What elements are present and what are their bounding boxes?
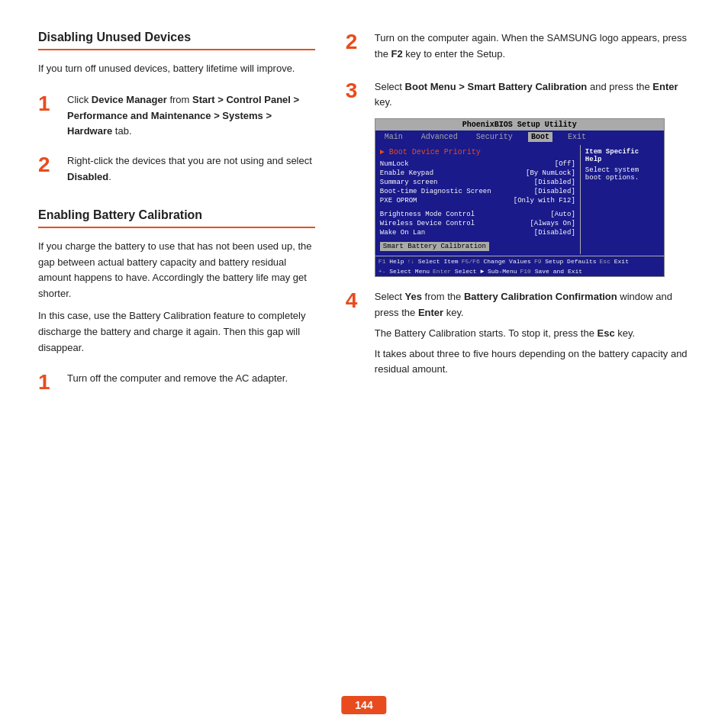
page-number: 144 bbox=[341, 696, 386, 714]
step-number-right-3: 3 bbox=[346, 79, 367, 103]
bios-screen: PhoenixBIOS Setup Utility Main Advanced … bbox=[375, 118, 665, 277]
bios-help-text: Select system boot options. bbox=[585, 166, 659, 182]
bios-tab-main[interactable]: Main bbox=[382, 132, 406, 142]
bios-item-wireless: Wireless Device Control[Always On] bbox=[380, 219, 575, 228]
bios-item-numlock: NumLock[Off] bbox=[380, 159, 575, 169]
bios-main-area: ► Boot Device Priority NumLock[Off] Enab… bbox=[375, 145, 580, 254]
step-number-1-1: 1 bbox=[38, 92, 60, 116]
section-battery-calibration: Enabling Battery Calibration If you char… bbox=[38, 208, 315, 395]
bios-tab-advanced[interactable]: Advanced bbox=[418, 132, 461, 142]
bios-tab-security[interactable]: Security bbox=[473, 132, 516, 142]
bios-footer-pm: +- Select Menu bbox=[378, 268, 430, 275]
bios-body: ► Boot Device Priority NumLock[Off] Enab… bbox=[375, 143, 664, 256]
bios-item-pxe: PXE OPROM[Only with F12] bbox=[380, 196, 575, 205]
bios-tab-boot[interactable]: Boot bbox=[528, 132, 552, 142]
bios-footer: F1 Help ↑↓ Select Item F5/F6 Change Valu… bbox=[375, 256, 664, 276]
step-right-3: 3 Select Boot Menu > Smart Battery Calib… bbox=[346, 79, 690, 111]
step-left-1-1: 1 Click Device Manager from Start > Cont… bbox=[38, 92, 315, 140]
bios-footer-enter: Enter Select ► Sub-Menu bbox=[433, 268, 517, 275]
bios-item-wakeonlan: Wake On Lan[Disabled] bbox=[380, 228, 575, 237]
bios-highlight-battery[interactable]: Smart Battery Calibration bbox=[380, 242, 575, 251]
bios-menubar: Main Advanced Security Boot Exit bbox=[375, 130, 664, 143]
step-text-right-2: Turn on the computer again. When the SAM… bbox=[375, 31, 690, 63]
step-number-2-1: 1 bbox=[38, 371, 60, 395]
step-text-2-1: Turn off the computer and remove the AC … bbox=[67, 371, 288, 387]
bios-titlebar: PhoenixBIOS Setup Utility bbox=[375, 119, 664, 130]
section-desc-battery-1: If you charge the battery to use that ha… bbox=[38, 239, 315, 302]
bios-item-diagnostic: Boot-time Diagnostic Screen[Disabled] bbox=[380, 187, 575, 196]
bios-tab-exit[interactable]: Exit bbox=[565, 132, 589, 142]
section-desc-battery-2: In this case, use the Battery Calibratio… bbox=[38, 308, 315, 356]
section-title-battery: Enabling Battery Calibration bbox=[38, 208, 315, 228]
bios-footer-f9: F9 Setup Defaults bbox=[534, 258, 597, 265]
step-left-1-2: 2 Right-click the devices that you are n… bbox=[38, 153, 315, 185]
step-text-right-4: Select Yes from the Battery Calibration … bbox=[375, 289, 690, 378]
step-number-right-4: 4 bbox=[346, 289, 367, 313]
step-text-1-2: Right-click the devices that you are not… bbox=[67, 153, 315, 185]
step-number-right-2: 2 bbox=[346, 31, 367, 54]
bios-item-brightness: Brightness Mode Control[Auto] bbox=[380, 210, 575, 219]
right-column: 2 Turn on the computer again. When the S… bbox=[338, 31, 690, 697]
bios-footer-f5f6: F5/F6 Change Values bbox=[462, 258, 531, 265]
bios-item-keypad: Enable Keypad[By NumLock] bbox=[380, 169, 575, 178]
section-desc-disabling: If you turn off unused devices, battery … bbox=[38, 61, 315, 77]
bios-help-title: Item Specific Help bbox=[585, 148, 659, 163]
step-right-4: 4 Select Yes from the Battery Calibratio… bbox=[346, 289, 690, 378]
step-number-1-2: 2 bbox=[38, 153, 60, 177]
bios-footer-f1: F1 Help bbox=[378, 258, 404, 265]
bios-footer-esc: Esc Exit bbox=[600, 258, 629, 265]
step-right-2: 2 Turn on the computer again. When the S… bbox=[346, 31, 690, 63]
bios-footer-arrows: ↑↓ Select Item bbox=[407, 258, 458, 265]
step-text-1-1: Click Device Manager from Start > Contro… bbox=[67, 92, 315, 140]
bios-footer-f10: F10 Save and Exit bbox=[520, 268, 582, 275]
section-disabling: Disabling Unused Devices If you turn off… bbox=[38, 31, 315, 185]
left-column: Disabling Unused Devices If you turn off… bbox=[38, 31, 338, 697]
bios-section-title: ► Boot Device Priority bbox=[380, 148, 575, 156]
step-left-2-1: 1 Turn off the computer and remove the A… bbox=[38, 371, 315, 395]
bios-help-area: Item Specific Help Select system boot op… bbox=[580, 145, 664, 254]
step-text-right-3: Select Boot Menu > Smart Battery Calibra… bbox=[375, 79, 690, 111]
bios-item-summary: Summary screen[Disabled] bbox=[380, 178, 575, 187]
section-title-disabling: Disabling Unused Devices bbox=[38, 31, 315, 50]
